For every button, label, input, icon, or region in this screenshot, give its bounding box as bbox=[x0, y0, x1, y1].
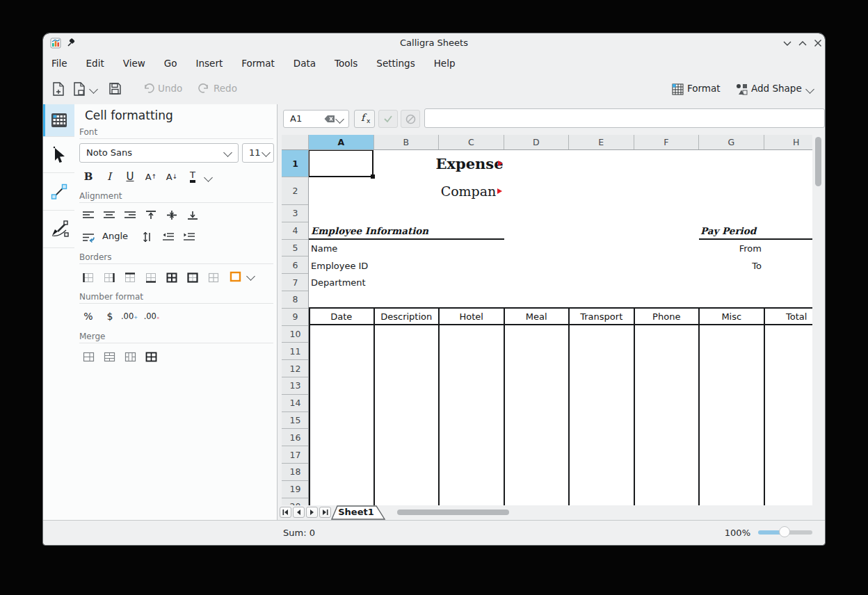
indent-increase-icon[interactable] bbox=[180, 229, 198, 245]
align-right-icon[interactable] bbox=[121, 207, 139, 222]
add-shape-dropdown-icon[interactable] bbox=[805, 85, 814, 94]
menu-item[interactable]: Edit bbox=[85, 56, 106, 70]
align-bottom-icon[interactable] bbox=[184, 207, 202, 222]
new-document-icon[interactable] bbox=[52, 82, 65, 96]
row-header[interactable]: 10 bbox=[282, 326, 309, 343]
column-header[interactable]: D bbox=[504, 135, 570, 150]
undo-button[interactable]: Undo bbox=[158, 83, 182, 94]
formula-input[interactable] bbox=[424, 108, 825, 128]
menu-item[interactable]: Help bbox=[433, 56, 457, 70]
title-bar[interactable]: Calligra Sheets bbox=[43, 33, 825, 53]
horizontal-scrollbar[interactable] bbox=[397, 510, 509, 515]
shrink-font-button[interactable]: A↓ bbox=[163, 168, 181, 185]
row-header[interactable]: 1 bbox=[282, 150, 309, 177]
angle-button[interactable]: Angle bbox=[102, 231, 128, 241]
row-header[interactable]: 13 bbox=[282, 377, 309, 395]
row-header[interactable]: 3 bbox=[282, 205, 309, 222]
grow-font-button[interactable]: A↑ bbox=[142, 168, 160, 185]
menu-item[interactable]: View bbox=[122, 56, 147, 70]
minimize-icon[interactable] bbox=[782, 39, 792, 47]
border-top-icon[interactable] bbox=[121, 270, 139, 285]
merge-cells-icon[interactable] bbox=[79, 349, 97, 364]
format-button[interactable]: Format bbox=[687, 83, 721, 94]
bold-button[interactable]: B bbox=[79, 168, 97, 185]
arrow-tool-icon[interactable] bbox=[43, 137, 74, 173]
menu-item[interactable]: File bbox=[50, 56, 69, 70]
align-top-icon[interactable] bbox=[142, 207, 160, 222]
row-header[interactable]: 5 bbox=[282, 240, 309, 257]
menu-item[interactable]: Settings bbox=[375, 56, 416, 70]
prev-sheet-icon[interactable] bbox=[293, 507, 305, 518]
menu-item[interactable]: Data bbox=[292, 56, 317, 70]
column-header[interactable]: C bbox=[439, 135, 504, 150]
font-size-select[interactable]: 11 bbox=[242, 143, 274, 163]
row-header[interactable]: 19 bbox=[282, 481, 309, 498]
add-shape-button[interactable]: Add Shape bbox=[751, 83, 802, 94]
border-right-icon[interactable] bbox=[100, 270, 118, 285]
first-sheet-icon[interactable] bbox=[280, 507, 291, 518]
open-document-icon[interactable] bbox=[73, 82, 86, 96]
row-header[interactable]: 16 bbox=[282, 429, 309, 446]
border-left-icon[interactable] bbox=[79, 270, 97, 285]
precision-decrease-button[interactable]: .00ₓ bbox=[143, 308, 161, 325]
row-header[interactable]: 18 bbox=[282, 464, 309, 481]
percent-format-button[interactable]: % bbox=[79, 308, 97, 325]
align-vcenter-icon[interactable] bbox=[163, 207, 181, 222]
font-family-select[interactable]: Noto Sans bbox=[79, 143, 239, 163]
undo-icon[interactable] bbox=[143, 83, 154, 95]
merge-vertical-icon[interactable] bbox=[121, 349, 139, 364]
border-color-icon[interactable] bbox=[226, 269, 244, 284]
save-icon[interactable] bbox=[108, 82, 122, 95]
column-header[interactable]: E bbox=[569, 135, 634, 150]
unmerge-icon[interactable] bbox=[142, 349, 160, 364]
row-header[interactable]: 9 bbox=[282, 309, 309, 326]
selected-cell-outline[interactable] bbox=[309, 150, 373, 177]
row-header[interactable]: 2 bbox=[282, 177, 309, 205]
path-tool-icon[interactable] bbox=[43, 211, 74, 248]
add-shape-icon[interactable] bbox=[736, 83, 748, 95]
row-header[interactable]: 11 bbox=[282, 343, 309, 360]
italic-button[interactable]: I bbox=[100, 168, 118, 185]
cancel-icon[interactable] bbox=[401, 110, 420, 128]
vertical-scrollbar[interactable] bbox=[814, 135, 823, 505]
cell-ref-dropdown-icon[interactable] bbox=[335, 115, 344, 124]
apply-icon[interactable] bbox=[378, 110, 398, 128]
menu-item[interactable]: Go bbox=[163, 56, 179, 70]
select-all-corner[interactable] bbox=[282, 135, 309, 150]
align-left-icon[interactable] bbox=[79, 207, 97, 222]
zoom-slider[interactable] bbox=[758, 530, 812, 535]
clear-icon[interactable] bbox=[324, 115, 335, 123]
selection-handle[interactable] bbox=[371, 174, 375, 179]
open-dropdown-icon[interactable] bbox=[89, 85, 98, 94]
menu-item[interactable]: Format bbox=[240, 56, 276, 70]
indent-decrease-icon[interactable] bbox=[159, 229, 177, 245]
close-icon[interactable] bbox=[813, 39, 823, 47]
column-header[interactable]: B bbox=[374, 135, 440, 150]
column-header[interactable]: H bbox=[764, 135, 813, 150]
text-color-dropdown-icon[interactable] bbox=[204, 173, 213, 182]
row-header[interactable]: 4 bbox=[282, 222, 309, 240]
redo-icon[interactable] bbox=[198, 83, 210, 95]
next-sheet-icon[interactable] bbox=[306, 507, 318, 518]
zoom-slider-handle[interactable] bbox=[779, 526, 790, 537]
text-color-button[interactable]: T bbox=[184, 168, 202, 185]
align-center-icon[interactable] bbox=[100, 207, 118, 222]
connector-tool-icon[interactable] bbox=[43, 173, 74, 211]
underline-button[interactable]: U bbox=[121, 168, 139, 185]
vertical-text-icon[interactable] bbox=[138, 229, 156, 245]
precision-increase-button[interactable]: .00₊ bbox=[120, 308, 138, 325]
cell-reference-box[interactable]: A1 bbox=[283, 110, 349, 128]
row-header[interactable]: 14 bbox=[282, 395, 309, 412]
row-header[interactable]: 8 bbox=[282, 291, 309, 309]
row-header[interactable]: 6 bbox=[282, 256, 309, 274]
row-header[interactable]: 20 bbox=[282, 498, 309, 505]
row-header[interactable]: 15 bbox=[282, 412, 309, 430]
format-grid-icon[interactable] bbox=[672, 83, 684, 95]
currency-format-button[interactable]: $ bbox=[101, 308, 119, 325]
row-header[interactable]: 7 bbox=[282, 274, 309, 291]
border-dropdown-icon[interactable] bbox=[246, 272, 255, 281]
column-header[interactable]: A bbox=[309, 135, 374, 150]
sheet-grid[interactable]: Expense Compan Employee Information Pay … bbox=[309, 150, 812, 505]
border-bottom-icon[interactable] bbox=[142, 270, 160, 285]
border-none-icon[interactable] bbox=[204, 270, 223, 285]
